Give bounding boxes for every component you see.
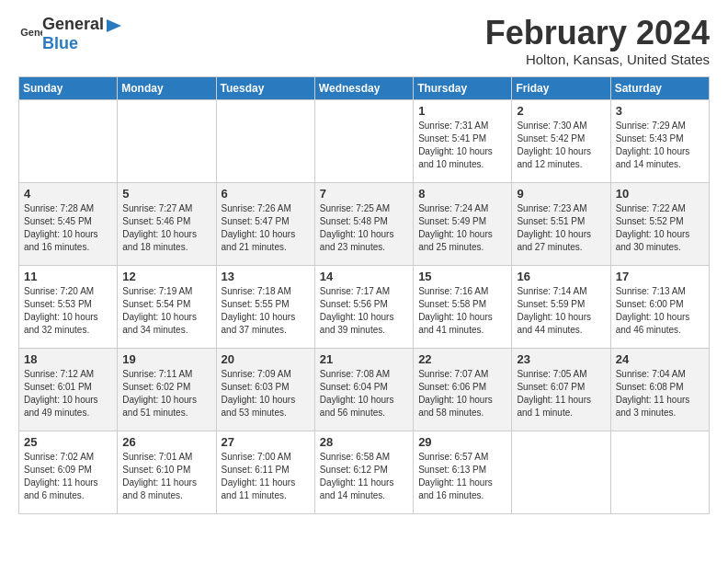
day-number: 9 <box>517 187 605 201</box>
day-number: 24 <box>616 352 704 366</box>
logo-general-text: General <box>42 15 104 33</box>
title-area: February 2024 Holton, Kansas, United Sta… <box>485 15 710 67</box>
calendar-cell: 28Sunrise: 6:58 AM Sunset: 6:12 PM Dayli… <box>314 431 413 513</box>
day-number: 21 <box>320 352 408 366</box>
day-number: 11 <box>24 270 112 283</box>
logo-icon: General <box>20 24 42 44</box>
day-number: 10 <box>616 187 704 201</box>
calendar-cell <box>19 99 118 182</box>
calendar-week-3: 11Sunrise: 7:20 AM Sunset: 5:53 PM Dayli… <box>19 265 710 348</box>
day-number: 13 <box>222 270 310 283</box>
day-info: Sunrise: 7:12 AM Sunset: 6:01 PM Dayligh… <box>24 368 112 419</box>
weekday-header-thursday: Thursday <box>414 76 512 99</box>
day-info: Sunrise: 7:22 AM Sunset: 5:52 PM Dayligh… <box>616 202 704 254</box>
calendar-week-4: 18Sunrise: 7:12 AM Sunset: 6:01 PM Dayli… <box>19 348 710 431</box>
day-info: Sunrise: 7:29 AM Sunset: 5:43 PM Dayligh… <box>616 120 704 171</box>
calendar-cell: 12Sunrise: 7:19 AM Sunset: 5:54 PM Dayli… <box>118 265 216 348</box>
day-number: 3 <box>616 104 704 118</box>
svg-marker-1 <box>107 19 121 32</box>
weekday-header-monday: Monday <box>118 76 216 99</box>
calendar-cell: 29Sunrise: 6:57 AM Sunset: 6:13 PM Dayli… <box>414 431 512 513</box>
day-number: 15 <box>418 270 506 283</box>
calendar-cell <box>314 99 413 182</box>
day-info: Sunrise: 7:26 AM Sunset: 5:47 PM Dayligh… <box>222 202 310 254</box>
calendar-cell: 8Sunrise: 7:24 AM Sunset: 5:49 PM Daylig… <box>414 182 512 265</box>
calendar-cell: 23Sunrise: 7:05 AM Sunset: 6:07 PM Dayli… <box>512 348 610 431</box>
page-header: General General Blue February 2024 Holto… <box>18 15 710 67</box>
day-info: Sunrise: 6:57 AM Sunset: 6:13 PM Dayligh… <box>418 451 506 502</box>
month-title: February 2024 <box>485 15 710 52</box>
day-info: Sunrise: 7:27 AM Sunset: 5:46 PM Dayligh… <box>122 202 210 254</box>
calendar-cell: 25Sunrise: 7:02 AM Sunset: 6:09 PM Dayli… <box>19 431 118 513</box>
day-info: Sunrise: 7:18 AM Sunset: 5:55 PM Dayligh… <box>222 285 310 337</box>
day-info: Sunrise: 6:58 AM Sunset: 6:12 PM Dayligh… <box>320 451 408 502</box>
location-title: Holton, Kansas, United States <box>485 52 710 67</box>
weekday-header-saturday: Saturday <box>610 76 709 99</box>
logo: General General Blue <box>18 15 124 53</box>
calendar-cell: 2Sunrise: 7:30 AM Sunset: 5:42 PM Daylig… <box>512 99 610 182</box>
calendar-table: SundayMondayTuesdayWednesdayThursdayFrid… <box>18 76 710 514</box>
calendar-cell: 13Sunrise: 7:18 AM Sunset: 5:55 PM Dayli… <box>216 265 314 348</box>
day-info: Sunrise: 7:28 AM Sunset: 5:45 PM Dayligh… <box>24 202 112 254</box>
day-number: 28 <box>320 435 408 449</box>
day-info: Sunrise: 7:25 AM Sunset: 5:48 PM Dayligh… <box>320 202 408 254</box>
svg-text:General: General <box>20 27 42 38</box>
day-info: Sunrise: 7:04 AM Sunset: 6:08 PM Dayligh… <box>616 368 704 419</box>
day-info: Sunrise: 7:05 AM Sunset: 6:07 PM Dayligh… <box>517 368 605 419</box>
day-info: Sunrise: 7:02 AM Sunset: 6:09 PM Dayligh… <box>24 451 112 502</box>
calendar-header-row: SundayMondayTuesdayWednesdayThursdayFrid… <box>19 76 710 99</box>
day-info: Sunrise: 7:24 AM Sunset: 5:49 PM Dayligh… <box>418 202 506 254</box>
calendar-cell: 3Sunrise: 7:29 AM Sunset: 5:43 PM Daylig… <box>610 99 709 182</box>
day-number: 5 <box>122 187 210 201</box>
day-number: 16 <box>517 270 605 283</box>
day-info: Sunrise: 7:09 AM Sunset: 6:03 PM Dayligh… <box>222 368 310 419</box>
calendar-cell: 4Sunrise: 7:28 AM Sunset: 5:45 PM Daylig… <box>19 182 118 265</box>
day-info: Sunrise: 7:00 AM Sunset: 6:11 PM Dayligh… <box>222 451 310 502</box>
day-info: Sunrise: 7:30 AM Sunset: 5:42 PM Dayligh… <box>517 120 605 171</box>
calendar-cell: 15Sunrise: 7:16 AM Sunset: 5:58 PM Dayli… <box>414 265 512 348</box>
calendar-cell: 7Sunrise: 7:25 AM Sunset: 5:48 PM Daylig… <box>314 182 413 265</box>
calendar-cell <box>118 99 216 182</box>
weekday-header-wednesday: Wednesday <box>314 76 413 99</box>
calendar-week-1: 1Sunrise: 7:31 AM Sunset: 5:41 PM Daylig… <box>19 99 710 182</box>
calendar-cell: 10Sunrise: 7:22 AM Sunset: 5:52 PM Dayli… <box>610 182 709 265</box>
day-number: 25 <box>24 435 112 449</box>
day-number: 27 <box>222 435 310 449</box>
weekday-header-tuesday: Tuesday <box>216 76 314 99</box>
day-info: Sunrise: 7:11 AM Sunset: 6:02 PM Dayligh… <box>122 368 210 419</box>
calendar-cell: 14Sunrise: 7:17 AM Sunset: 5:56 PM Dayli… <box>314 265 413 348</box>
day-number: 18 <box>24 352 112 366</box>
calendar-cell: 20Sunrise: 7:09 AM Sunset: 6:03 PM Dayli… <box>216 348 314 431</box>
day-number: 23 <box>517 352 605 366</box>
calendar-cell: 16Sunrise: 7:14 AM Sunset: 5:59 PM Dayli… <box>512 265 610 348</box>
day-number: 22 <box>418 352 506 366</box>
calendar-week-2: 4Sunrise: 7:28 AM Sunset: 5:45 PM Daylig… <box>19 182 710 265</box>
day-number: 1 <box>418 104 506 118</box>
day-number: 20 <box>222 352 310 366</box>
calendar-cell: 1Sunrise: 7:31 AM Sunset: 5:41 PM Daylig… <box>414 99 512 182</box>
calendar-cell: 19Sunrise: 7:11 AM Sunset: 6:02 PM Dayli… <box>118 348 216 431</box>
calendar-cell: 22Sunrise: 7:07 AM Sunset: 6:06 PM Dayli… <box>414 348 512 431</box>
day-info: Sunrise: 7:13 AM Sunset: 6:00 PM Dayligh… <box>616 285 704 337</box>
day-number: 19 <box>122 352 210 366</box>
day-info: Sunrise: 7:23 AM Sunset: 5:51 PM Dayligh… <box>517 202 605 254</box>
calendar-cell: 27Sunrise: 7:00 AM Sunset: 6:11 PM Dayli… <box>216 431 314 513</box>
logo-arrow-icon <box>105 17 123 34</box>
calendar-cell <box>610 431 709 513</box>
day-number: 17 <box>616 270 704 283</box>
calendar-cell: 18Sunrise: 7:12 AM Sunset: 6:01 PM Dayli… <box>19 348 118 431</box>
day-info: Sunrise: 7:31 AM Sunset: 5:41 PM Dayligh… <box>418 120 506 171</box>
calendar-week-5: 25Sunrise: 7:02 AM Sunset: 6:09 PM Dayli… <box>19 431 710 513</box>
calendar-cell: 17Sunrise: 7:13 AM Sunset: 6:00 PM Dayli… <box>610 265 709 348</box>
day-number: 29 <box>418 435 506 449</box>
day-number: 26 <box>122 435 210 449</box>
day-number: 2 <box>517 104 605 118</box>
day-info: Sunrise: 7:08 AM Sunset: 6:04 PM Dayligh… <box>320 368 408 419</box>
calendar-cell: 21Sunrise: 7:08 AM Sunset: 6:04 PM Dayli… <box>314 348 413 431</box>
day-number: 14 <box>320 270 408 283</box>
day-info: Sunrise: 7:14 AM Sunset: 5:59 PM Dayligh… <box>517 285 605 337</box>
calendar-cell: 5Sunrise: 7:27 AM Sunset: 5:46 PM Daylig… <box>118 182 216 265</box>
calendar-cell: 26Sunrise: 7:01 AM Sunset: 6:10 PM Dayli… <box>118 431 216 513</box>
calendar-cell: 11Sunrise: 7:20 AM Sunset: 5:53 PM Dayli… <box>19 265 118 348</box>
day-info: Sunrise: 7:16 AM Sunset: 5:58 PM Dayligh… <box>418 285 506 337</box>
